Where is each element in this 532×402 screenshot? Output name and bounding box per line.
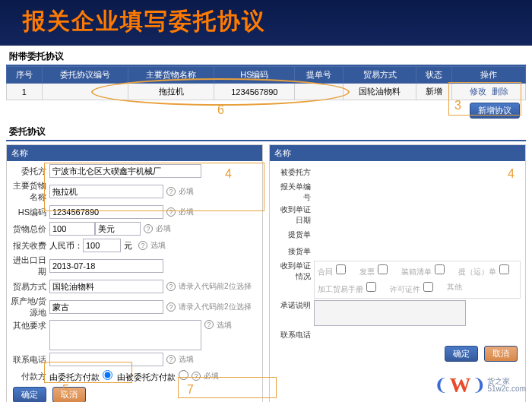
required-hint: 必填 [204, 371, 219, 381]
date-input[interactable] [49, 259, 163, 273]
add-agreement-button[interactable]: 新增协议 [470, 103, 520, 119]
help-icon[interactable]: ? [204, 320, 214, 329]
cell-seq: 1 [7, 84, 43, 100]
price-input[interactable] [49, 222, 95, 236]
cell-goods: 拖拉机 [128, 84, 214, 100]
required-hint: 必填 [179, 207, 194, 217]
trade-input[interactable] [49, 280, 163, 293]
right-panel: 名称 被委托方 报关单编号 收到单证日期 提货单 接货单 收到单证情况 合同 发… [269, 144, 526, 402]
pay-opt1-label[interactable]: 由委托方付款 [49, 370, 112, 383]
inv-label: 接货单 [274, 246, 314, 257]
help-icon[interactable]: ? [166, 355, 176, 364]
recv-label: 收到单证日期 [274, 204, 314, 226]
help-icon[interactable]: ? [166, 187, 176, 196]
doc-contract[interactable]: 合同 [318, 264, 346, 277]
origin-label: 原产地/货源地 [10, 296, 49, 318]
origin-hint: 请录入代码前2位选择 [179, 302, 252, 312]
add-row: 新增协议 [6, 100, 526, 121]
th-goods: 主要货物名称 [128, 67, 214, 84]
section1-title: 附带委托协议 [6, 49, 526, 66]
panels: 名称 委托方 主要货物名称 ? 必填 HS编码 ? 必填 货物总价 ? 必填 报… [6, 144, 526, 402]
section2-title: 委托协议 [6, 124, 526, 141]
pay-radio-2[interactable] [179, 370, 188, 380]
th-bl: 提单号 [295, 67, 343, 84]
th-agno: 委托协议编号 [42, 67, 128, 84]
phone-input[interactable] [49, 353, 163, 366]
wreath-icon: ❩ [472, 375, 486, 395]
th-trade: 贸易方式 [343, 67, 416, 84]
delete-link[interactable]: 删除 [492, 87, 508, 96]
cell-op: 修改 删除 [452, 84, 526, 100]
goods-input[interactable] [49, 185, 163, 198]
ent-label: 被委托方 [274, 167, 314, 178]
logo-url: 51w2c.com [487, 385, 526, 393]
left-cancel-button[interactable]: 取消 [52, 387, 86, 402]
trade-label: 贸易方式 [10, 281, 49, 293]
left-panel-header: 名称 [7, 145, 262, 161]
other-textarea[interactable] [49, 320, 201, 350]
doc-permit[interactable]: 许可证件 [390, 282, 433, 295]
doc-invoice[interactable]: 发票 [359, 264, 388, 277]
fee-unit: 元 [124, 240, 132, 252]
optional-hint: 选填 [150, 240, 166, 251]
other-label: 其他要求 [10, 320, 49, 331]
date-label: 进出口日期 [10, 255, 49, 277]
client-label: 委托方 [10, 166, 49, 177]
th-seq: 序号 [7, 67, 43, 84]
price-label: 货物总价 [10, 223, 49, 235]
pay-opt2-label[interactable]: 由被委托方付款 [117, 370, 188, 383]
cell-status: 新增 [416, 84, 452, 100]
wreath-icon: ❨ [434, 375, 448, 395]
section-attached-agreement: 附带委托协议 序号 委托协议编号 主要货物名称 HS编码 提单号 贸易方式 状态… [6, 49, 526, 121]
watermark-logo: ❨ W ❩ 货之家 51w2c.com [434, 373, 526, 397]
page-title: 报关企业填写委托协议 [23, 6, 509, 37]
client-input[interactable] [49, 164, 201, 178]
th-op: 操作 [452, 67, 526, 84]
goods-label: 主要货物名称 [10, 180, 49, 203]
remark-label: 承诺说明 [274, 300, 314, 311]
right-confirm-button[interactable]: 确定 [445, 346, 478, 362]
doc-packing[interactable]: 装箱清单 [401, 264, 445, 277]
logo-w: W [449, 373, 470, 397]
right-panel-header: 名称 [270, 145, 525, 161]
optional-hint: 选填 [217, 320, 232, 331]
price-unit-input[interactable] [95, 222, 141, 236]
cell-hs: 1234567890 [214, 84, 295, 100]
pay-label: 付款方 [10, 371, 49, 382]
remark-textarea[interactable] [314, 300, 466, 326]
required-hint: 必填 [179, 186, 194, 197]
doc-other[interactable]: 其他 [447, 282, 462, 295]
table-row: 1 拖拉机 1234567890 国轮油物料 新增 修改 删除 [7, 84, 526, 100]
title-banner: 报关企业填写委托协议 [0, 0, 532, 46]
rphone-label: 联系电话 [274, 330, 314, 340]
help-icon[interactable]: ? [166, 282, 176, 291]
phone-label: 联系电话 [10, 354, 49, 366]
help-icon[interactable]: ? [166, 207, 176, 217]
fee-input[interactable] [83, 239, 121, 252]
cell-agno [42, 84, 128, 100]
trade-hint: 请录入代码前2位选择 [179, 281, 252, 292]
th-hs: HS编码 [214, 67, 295, 84]
th-status: 状态 [416, 67, 452, 84]
agreement-table: 序号 委托协议编号 主要货物名称 HS编码 提单号 贸易方式 状态 操作 1 拖… [6, 66, 526, 100]
required-hint: 必填 [156, 223, 171, 234]
hs-input[interactable] [49, 205, 163, 219]
edit-link[interactable]: 修改 [470, 87, 486, 96]
pay-radio-1[interactable] [103, 370, 112, 380]
cell-bl [295, 84, 343, 100]
right-cancel-button[interactable]: 取消 [484, 346, 518, 362]
left-confirm-button[interactable]: 确定 [13, 387, 46, 402]
fee-currency: 人民币： [49, 240, 83, 252]
help-icon[interactable]: ? [192, 372, 201, 381]
section-agreement: 委托协议 [6, 124, 526, 141]
optional-hint: 选填 [179, 354, 194, 365]
help-icon[interactable]: ? [166, 302, 176, 312]
origin-input[interactable] [49, 300, 163, 314]
cell-trade: 国轮油物料 [343, 84, 416, 100]
help-icon[interactable]: ? [144, 224, 153, 233]
docs-label: 收到单证情况 [274, 261, 314, 282]
doc-process[interactable]: 加工贸易手册 [318, 282, 376, 295]
decl-label: 报关单编号 [274, 182, 314, 203]
doc-trans[interactable]: 提（运）单 [458, 264, 509, 277]
help-icon[interactable]: ? [138, 241, 147, 250]
